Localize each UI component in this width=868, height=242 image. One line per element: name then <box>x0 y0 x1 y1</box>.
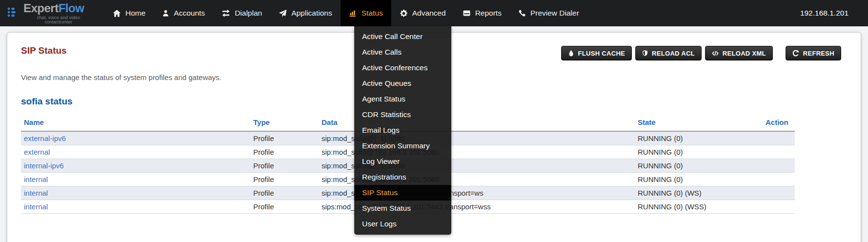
menu-item-registrations[interactable]: Registrations <box>354 169 451 185</box>
refresh-icon <box>792 50 799 57</box>
nav-item-dialplan[interactable]: Dialplan <box>213 0 270 26</box>
profile-link[interactable]: external-ipv6 <box>24 134 66 142</box>
action-cell <box>763 145 795 159</box>
nav-item-label: Dialplan <box>235 9 262 18</box>
phone-icon <box>518 9 526 17</box>
menu-item-agent-status[interactable]: Agent Status <box>354 91 451 107</box>
menu-item-cdr-statistics[interactable]: CDR Statistics <box>354 107 451 122</box>
refresh-button[interactable]: REFRESH <box>786 46 841 60</box>
menu-item-extension-summary[interactable]: Extension Summary <box>354 138 451 154</box>
nav-item-reports[interactable]: Reports <box>454 0 510 26</box>
menu-item-email-logs[interactable]: Email Logs <box>354 122 451 138</box>
profile-link[interactable]: internal <box>24 189 48 197</box>
nav-item-label: Status <box>362 9 383 18</box>
menu-item-system-status[interactable]: System Status <box>354 201 451 216</box>
nav-item-advanced[interactable]: Advanced <box>391 0 454 26</box>
action-cell <box>763 159 795 173</box>
droplet-icon <box>568 50 574 57</box>
server-ip: 192.168.1.201 <box>800 9 848 18</box>
logo-wordmark: ExpertFlow <box>23 2 94 14</box>
action-cell <box>763 173 795 186</box>
profile-link[interactable]: internal <box>24 202 48 211</box>
type-cell: Profile <box>250 186 319 200</box>
menu-item-active-call-center[interactable]: Active Call Center <box>354 29 451 44</box>
nav-item-label: Home <box>125 9 145 18</box>
state-cell: RUNNING (0) (WSS) <box>635 200 763 214</box>
bar-chart-icon <box>349 9 357 17</box>
home-icon <box>113 9 121 18</box>
state-cell: RUNNING (0) <box>635 159 763 173</box>
status-dropdown-menu: Active Call Center Active Calls Active C… <box>354 26 451 235</box>
type-cell: Profile <box>250 173 319 186</box>
type-cell: Profile <box>250 200 319 214</box>
nav-item-status[interactable]: Status <box>341 0 391 26</box>
state-cell: RUNNING (0) (WS) <box>635 186 763 200</box>
nav-item-label: Applications <box>291 9 332 18</box>
nav-item-label: Reports <box>475 9 502 18</box>
logo-dots-icon <box>7 6 20 20</box>
profile-link[interactable]: internal-ipv6 <box>24 161 64 170</box>
logo-tagline: chat, voice and video contactcenter <box>23 16 94 24</box>
flush-cache-button[interactable]: FLUSH CACHE <box>561 46 632 60</box>
column-header-state[interactable]: State <box>635 117 763 131</box>
main-menu: Home Accounts Dialplan Applications <box>104 0 587 26</box>
reload-acl-button[interactable]: RELOAD ACL <box>635 46 702 60</box>
type-cell: Profile <box>250 159 319 173</box>
menu-item-active-conferences[interactable]: Active Conferences <box>354 60 451 76</box>
nav-item-accounts[interactable]: Accounts <box>154 0 213 26</box>
state-cell: RUNNING (0) <box>635 131 763 145</box>
nav-item-home[interactable]: Home <box>104 0 154 26</box>
nav-item-label: Advanced <box>412 9 446 18</box>
column-header-action[interactable]: Action <box>763 117 795 131</box>
column-header-name[interactable]: Name <box>21 117 250 131</box>
expertflow-logo[interactable]: ExpertFlow chat, voice and video contact… <box>7 2 94 24</box>
nav-item-label: Accounts <box>174 9 205 18</box>
menu-item-active-queues[interactable]: Active Queues <box>354 76 451 91</box>
nav-item-preview-dialer[interactable]: Preview Dialer <box>510 0 587 26</box>
profile-link[interactable]: external <box>24 148 50 156</box>
nav-item-label: Preview Dialer <box>530 9 579 18</box>
column-header-type[interactable]: Type <box>250 117 319 131</box>
reload-xml-button[interactable]: RELOAD XML <box>705 46 773 60</box>
toolbar: FLUSH CACHE RELOAD ACL RELOAD XML <box>558 46 841 60</box>
state-cell: RUNNING (0) <box>635 145 763 159</box>
action-cell <box>763 186 795 200</box>
action-cell <box>763 131 795 145</box>
profile-link[interactable]: internal <box>24 175 48 183</box>
top-navbar: ExpertFlow chat, voice and video contact… <box>0 0 868 26</box>
menu-item-sip-status[interactable]: SIP Status <box>354 185 451 201</box>
type-cell: Profile <box>250 145 319 159</box>
type-cell: Profile <box>250 131 319 145</box>
menu-item-active-calls[interactable]: Active Calls <box>354 44 451 60</box>
paper-plane-icon <box>279 9 287 18</box>
code-icon <box>712 50 719 57</box>
menu-item-log-viewer[interactable]: Log Viewer <box>354 154 451 169</box>
action-cell <box>763 200 795 214</box>
nav-item-applications[interactable]: Applications <box>270 0 341 26</box>
user-icon <box>162 9 169 17</box>
drive-icon <box>463 9 471 17</box>
transfer-arrows-icon <box>222 9 230 17</box>
shield-icon <box>642 50 648 57</box>
gear-icon <box>400 9 408 18</box>
menu-item-user-logs[interactable]: User Logs <box>354 216 451 232</box>
state-cell: RUNNING (0) <box>635 173 763 186</box>
